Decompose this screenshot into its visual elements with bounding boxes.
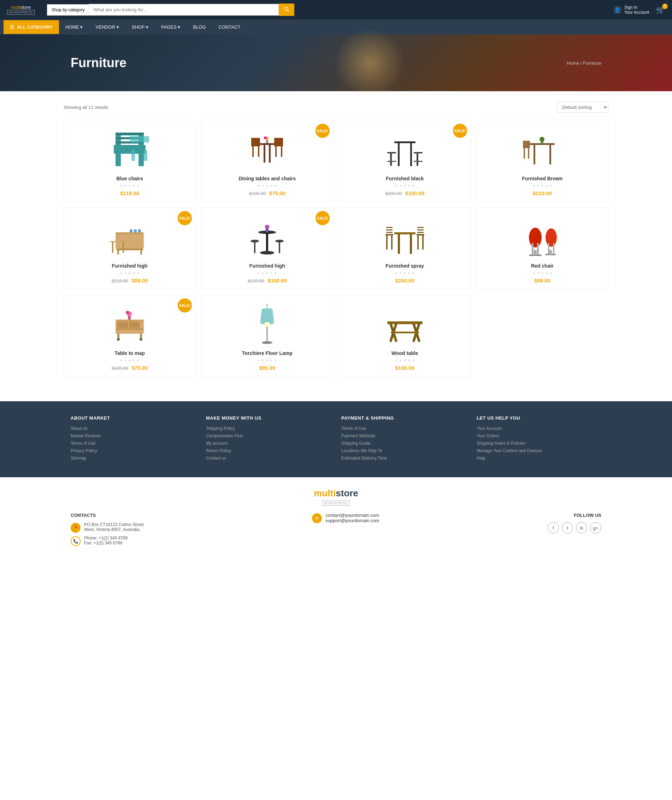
footer-link-your-orders[interactable]: Your Orders [477, 433, 602, 438]
product-name: Dining tables and chairs [207, 176, 328, 181]
all-category-button[interactable]: ☰ ALL CATEGORY [3, 20, 59, 34]
footer-logo[interactable]: multistore [70, 488, 602, 499]
svg-rect-68 [394, 232, 416, 234]
svg-point-111 [262, 341, 272, 344]
svg-rect-2 [115, 152, 121, 166]
product-card-furnished-black[interactable]: SALE! Furnished black [339, 120, 471, 202]
footer-link-delivery-time[interactable]: Estimated Delivery Time [341, 456, 466, 461]
product-card-wood-table[interactable]: Wood table ★ ★ ★ ★ ★ $100.00 [339, 295, 471, 377]
product-card-blue-chairs[interactable]: Blue chairs ★ ★ ★ ★ ★ $119.00 [64, 120, 196, 202]
footer-link-privacy[interactable]: Privacy Policy [70, 448, 195, 453]
footer-link-compensation[interactable]: Compensation First [206, 433, 331, 438]
all-category-label: ALL CATEGORY [17, 24, 53, 30]
nav-vendor[interactable]: VENDOR ▾ [90, 19, 125, 35]
svg-rect-13 [258, 143, 276, 145]
svg-rect-78 [417, 236, 419, 250]
nav-contact[interactable]: CONTACT [212, 19, 247, 35]
footer-col-title: LET US HELP YOU [477, 415, 602, 421]
footer-link-shipping-rates[interactable]: Shipping Rates & Policies [477, 441, 602, 446]
footer-link-terms[interactable]: Terms of Use [70, 441, 195, 446]
product-image [344, 300, 465, 346]
footer-logo-store: store [336, 488, 358, 499]
product-card-floor-lamp[interactable]: Torchiere Floor Lamp ★ ★ ★ ★ ★ $90.00 [201, 295, 333, 377]
cart-button[interactable]: 🛒 0 [656, 6, 665, 14]
svg-rect-79 [422, 236, 424, 250]
twitter-icon[interactable]: t [562, 522, 573, 534]
product-card-red-chair[interactable]: Red chair ★ ★ ★ ★ ★ $89.00 [476, 207, 608, 289]
search-button[interactable] [279, 3, 294, 16]
product-card-dining-tables[interactable]: SALE! [201, 120, 333, 202]
svg-rect-3 [139, 152, 144, 166]
sale-badge: SALE! [453, 124, 467, 138]
sort-select[interactable]: Default sorting [557, 102, 608, 113]
svg-rect-89 [548, 243, 549, 255]
product-card-furnished-brown[interactable]: Furnished Brown ★ ★ ★ ★ ★ $210.00 [476, 120, 608, 202]
product-card-furnished-high-2[interactable]: SALE! [201, 207, 333, 289]
footer-link-locations[interactable]: Locations We Ship To [341, 448, 466, 453]
footer-link-contact-us[interactable]: Contact us [206, 456, 331, 461]
svg-rect-18 [258, 146, 259, 157]
svg-rect-23 [274, 138, 283, 145]
product-rating: ★ ★ ★ ★ ★ [482, 183, 603, 188]
logo[interactable]: multistore WORDPRESS [7, 5, 35, 15]
footer-col-help: LET US HELP YOU Your Account Your Orders… [477, 415, 602, 463]
product-name: Furnished Brown [482, 176, 603, 181]
nav-home[interactable]: HOME ▾ [59, 19, 90, 35]
logo-multi: multi [11, 5, 21, 10]
svg-rect-61 [254, 242, 256, 253]
svg-rect-73 [391, 236, 392, 250]
phone-icon: 📞 [70, 536, 80, 546]
product-image [207, 125, 328, 172]
svg-rect-51 [112, 242, 114, 253]
product-name: Blue chairs [69, 176, 190, 181]
footer-contacts: CONTACTS 📍 PO Box CT16122 Collins Street… [70, 513, 602, 549]
product-card-furnished-spray[interactable]: Furnished spray ★ ★ ★ ★ ★ $200.00 [339, 207, 471, 289]
product-grid: Blue chairs ★ ★ ★ ★ ★ $119.00 SALE! [64, 120, 608, 289]
footer-link-terms-of-use[interactable]: Terms of Use [341, 426, 466, 431]
search-input[interactable] [89, 4, 279, 16]
svg-rect-90 [553, 243, 554, 255]
product-rating: ★ ★ ★ ★ ★ [344, 271, 465, 276]
svg-rect-33 [416, 154, 418, 166]
product-card-table-to-map[interactable]: SALE! [64, 295, 196, 377]
nav-pages[interactable]: PAGES ▾ [155, 19, 187, 35]
category-dropdown[interactable]: Shop by category [47, 4, 89, 16]
linkedin-icon[interactable]: in [576, 522, 587, 534]
footer-link-payment-methods[interactable]: Payment Methods [341, 433, 466, 438]
footer-link-manage-content[interactable]: Manage Your Content and Devices [477, 448, 602, 453]
product-price: $90.00 [207, 365, 328, 371]
facebook-icon[interactable]: f [548, 522, 559, 534]
footer-link-market-reviews[interactable]: Market Reviews [70, 433, 195, 438]
footer-link-about-us[interactable]: About us [70, 426, 195, 431]
svg-rect-53 [123, 242, 124, 253]
product-name: Furnished high [207, 263, 328, 269]
empty-grid-slot [476, 295, 608, 377]
header-right: 👤 Sign In Your Account 🛒 0 [614, 5, 665, 15]
footer-link-help[interactable]: Help [477, 456, 602, 461]
footer-link-shipping-policy[interactable]: Shipping Policy [206, 426, 331, 431]
svg-rect-74 [386, 227, 392, 228]
footer-link-sitemap[interactable]: Sitemap [70, 456, 195, 461]
location-icon: 📍 [70, 523, 80, 533]
hero-glow [334, 27, 405, 98]
svg-rect-85 [537, 243, 539, 255]
footer-link-shipping-guide[interactable]: Shipping Guide [341, 441, 466, 446]
navigation: ☰ ALL CATEGORY HOME ▾ VENDOR ▾ SHOP ▾ PA… [0, 19, 672, 35]
svg-rect-29 [410, 143, 412, 166]
svg-rect-54 [130, 229, 133, 232]
nav-blog[interactable]: BLOG [187, 19, 212, 35]
svg-rect-87 [534, 250, 537, 255]
svg-rect-75 [386, 229, 392, 231]
footer-logo-sub: WORDPRESS [322, 500, 350, 505]
svg-rect-12 [144, 150, 147, 161]
results-count: Showing all 11 results [64, 105, 108, 110]
product-prices: $119.00 $89.00 [69, 277, 190, 284]
svg-rect-34 [387, 161, 396, 162]
footer-link-your-account[interactable]: Your Account [477, 426, 602, 431]
footer-link-return-policy[interactable]: Return Policy [206, 448, 331, 453]
googleplus-icon[interactable]: g+ [590, 522, 602, 534]
sign-in-button[interactable]: 👤 Sign In Your Account [614, 5, 649, 15]
footer-link-my-account[interactable]: My account [206, 441, 331, 446]
product-card-furnished-high-1[interactable]: SALE! [64, 207, 196, 289]
nav-shop[interactable]: SHOP ▾ [125, 19, 155, 35]
